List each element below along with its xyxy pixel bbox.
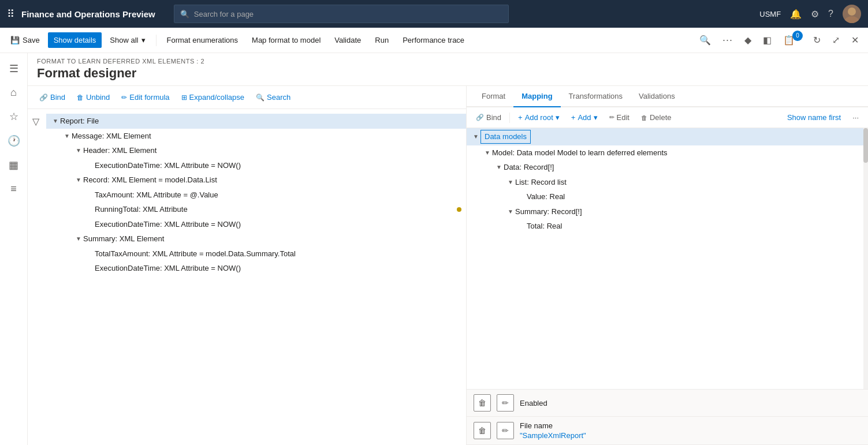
add-root-button[interactable]: + Add root ▾ [513,111,564,124]
run-button[interactable]: Run [369,32,394,48]
notification-icon[interactable]: 🔔 [790,9,802,20]
bind-button[interactable]: 🔗 Bind [35,91,70,104]
show-name-first-button[interactable]: Show name first [783,111,845,124]
mapping-tree-item[interactable]: ▼ Model: Data model Model to learn defer… [467,145,868,160]
scrollbar-thumb[interactable] [863,128,868,163]
mapping-tree-item[interactable]: ▶ Total: Real [467,219,868,234]
more-options-icon[interactable]: ··· [718,31,737,50]
settings-icon[interactable]: ⚙ [811,9,819,20]
tree-item[interactable]: ▶ ExecutionDateTime: XML Attribute = NOW… [46,261,466,276]
toolbar-sep [509,113,510,123]
tree-item[interactable]: ▼ Record: XML Element = model.Data.List [46,173,466,188]
tab-mapping[interactable]: Mapping [513,86,560,107]
delete-button[interactable]: 🗑 Delete [636,111,676,124]
badge-icon[interactable]: 📋 0 [778,31,806,49]
tree-item[interactable]: ▼ Report: File [46,114,466,129]
format-tree: ▼ Report: File ▼ Message: XML Element ▼ … [46,109,466,281]
search-icon: 🔍 [180,10,189,18]
formula-icon: ✏ [121,94,127,102]
expander-icon: ▼ [471,132,480,141]
mapping-tree-container: ▼ Data models ▼ Model: Data model Model … [467,128,868,389]
expand-collapse-button[interactable]: ⊞ Expand/collapse [177,91,249,104]
prop-edit-icon[interactable]: ✏ [497,394,514,412]
tree-item[interactable]: ▶ ExecutionDateTime: XML Attribute = NOW… [46,217,466,232]
hamburger-icon[interactable]: ☰ [5,58,23,80]
home-icon[interactable]: ⌂ [6,82,21,103]
format-enumerations-button[interactable]: Format enumerations [161,32,244,48]
search-format-button[interactable]: 🔍 Search [251,91,295,104]
username-label: USMF [759,10,781,18]
property-row-enabled: 🗑 ✏ Enabled [467,390,868,417]
save-button[interactable]: 💾 Save [5,32,46,48]
tree-item[interactable]: ▼ Summary: XML Element [46,231,466,246]
prop-delete-icon[interactable]: 🗑 [474,394,491,412]
show-details-button[interactable]: Show details [48,32,102,48]
edit-mapping-button[interactable]: ✏ Edit [605,111,634,124]
format-panel: 🔗 Bind 🗑 Unbind ✏ Edit formula ⊞ Expand/… [28,86,467,445]
tree-item[interactable]: ▶ TotalTaxAmount: XML Attribute = model.… [46,246,466,261]
tab-transformations[interactable]: Transformations [561,86,631,107]
page-header: FORMAT TO LEARN DEFERRED XML ELEMENTS : … [28,53,868,86]
format-toolbar: 🔗 Bind 🗑 Unbind ✏ Edit formula ⊞ Expand/… [28,86,466,109]
unbind-button[interactable]: 🗑 Unbind [72,91,114,104]
search-cmd-icon[interactable]: 🔍 [695,31,716,49]
tab-validations[interactable]: Validations [631,86,683,107]
page-title: Format designer [37,66,859,85]
fullscreen-icon[interactable]: ⤢ [828,31,844,49]
tree-item[interactable]: ▶ RunningTotal: XML Attribute [46,202,466,217]
validate-button[interactable]: Validate [329,32,367,48]
search-format-icon: 🔍 [256,94,265,102]
performance-trace-button[interactable]: Performance trace [397,32,470,48]
delete-icon: 🗑 [641,114,647,121]
binding-indicator [457,207,461,212]
scrollbar[interactable] [863,128,868,389]
top-nav-bar: ⠿ Finance and Operations Preview 🔍 USMF … [0,0,868,28]
recent-icon[interactable]: 🕐 [3,130,25,152]
mapping-tree-item[interactable]: ▼ List: Record list [467,175,868,190]
add-root-chevron: ▾ [556,113,560,122]
mapping-tree-item[interactable]: ▼ Data models [467,128,868,145]
link-icon: 🔗 [39,94,48,102]
prop-edit-icon-2[interactable]: ✏ [497,422,514,439]
list-icon[interactable]: ≡ [6,178,21,200]
map-format-button[interactable]: Map format to model [246,32,326,48]
filter-icon[interactable]: ▽ [28,109,46,134]
tree-item[interactable]: ▶ ExecutionDateTime: XML Attribute = NOW… [46,158,466,173]
unlink-icon: 🗑 [77,94,84,102]
show-all-button[interactable]: Show all ▾ [104,32,151,48]
global-search-bar[interactable]: 🔍 [174,5,509,23]
tab-format[interactable]: Format [474,86,513,107]
property-row-filename: 🗑 ✏ File name "SampleXmlReport" [467,417,868,445]
side-nav: ☰ ⌂ ☆ 🕐 ▦ ≡ [0,53,28,445]
command-bar: 💾 Save Show details Show all ▾ Format en… [0,28,868,53]
tree-item[interactable]: ▼ Header: XML Element [46,143,466,158]
tree-item[interactable]: ▼ Message: XML Element [46,129,466,144]
badge-count: 0 [792,31,803,41]
favorites-icon[interactable]: ☆ [5,106,23,128]
mapping-more-button[interactable]: ··· [848,111,863,124]
mapping-tree-item[interactable]: ▶ Value: Real [467,189,868,204]
mapping-panel: Format Mapping Transformations Validatio… [467,86,868,445]
tree-item[interactable]: ▶ TaxAmount: XML Attribute = @.Value [46,188,466,203]
search-input[interactable] [194,10,502,18]
mapping-bind-button[interactable]: 🔗 Bind [471,111,506,124]
mapping-tree-item[interactable]: ▼ Summary: Record[!] [467,204,868,219]
diamond-icon[interactable]: ◧ [758,31,776,49]
edit-formula-button[interactable]: ✏ Edit formula [117,91,174,104]
filter-area: ▽ ▼ Report: File ▼ Message: XML Element … [28,109,466,445]
avatar[interactable] [843,5,861,23]
app-title: Finance and Operations Preview [21,9,155,19]
enabled-label: Enabled [520,399,547,407]
help-icon[interactable]: ? [828,9,833,19]
prop-delete-icon-2[interactable]: 🗑 [474,422,491,439]
filename-label: File name [520,421,586,430]
pin-icon[interactable]: ◆ [740,31,756,49]
mapping-tree-item[interactable]: ▼ Data: Record[!] [467,160,868,175]
expander-icon: ▼ [51,117,60,125]
app-grid-icon[interactable]: ⠿ [7,8,14,20]
expander-icon: ▼ [74,146,83,155]
add-button[interactable]: + Add ▾ [567,111,602,124]
workspaces-icon[interactable]: ▦ [4,154,23,176]
close-icon[interactable]: ✕ [847,31,863,49]
refresh-icon[interactable]: ↻ [809,31,825,49]
